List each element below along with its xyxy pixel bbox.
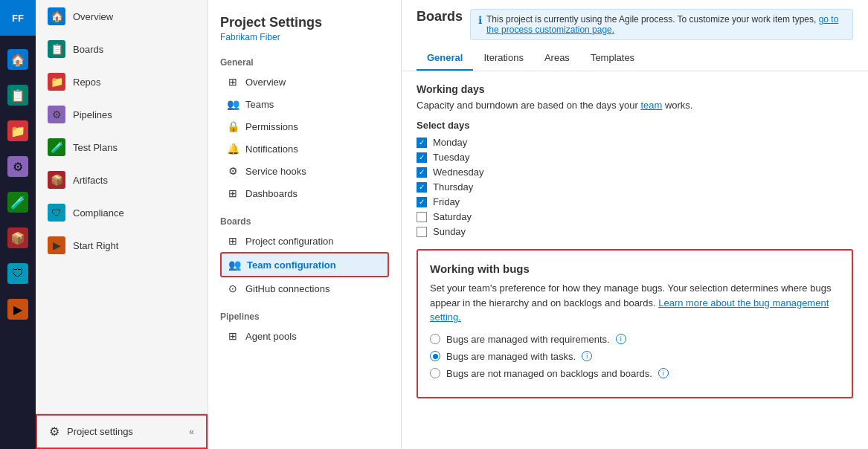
radio-requirements[interactable]	[430, 334, 440, 344]
project-settings-label: Project settings	[67, 426, 133, 437]
menu-teams[interactable]: 👥 Teams	[220, 93, 389, 115]
nav-item-artifacts[interactable]: 📦	[0, 220, 36, 256]
team-config-menu-icon: 👥	[228, 259, 241, 271]
pipelines-nav-icon: ⚙	[48, 106, 65, 123]
artifacts-icon: 📦	[7, 227, 28, 248]
menu-github-connections[interactable]: ⊙ GitHub connections	[220, 277, 389, 300]
tab-iterations[interactable]: Iterations	[473, 46, 533, 71]
main-body: Working days Capacity and burndown are b…	[402, 71, 868, 449]
menu-permissions-label: Permissions	[245, 121, 298, 132]
tab-areas[interactable]: Areas	[534, 46, 580, 71]
sidebar-item-boards[interactable]: 📋 Boards	[36, 33, 208, 65]
artifacts-nav-icon: 📦	[48, 171, 65, 189]
sidebar-boards-label: Boards	[73, 44, 103, 55]
permissions-menu-icon: 🔒	[226, 120, 239, 132]
sidebar-item-pipelines[interactable]: ⚙ Pipelines	[36, 98, 208, 131]
nav-item-compliance[interactable]: 🛡	[0, 256, 36, 291]
tab-general[interactable]: General	[417, 46, 473, 71]
menu-team-configuration[interactable]: 👥 Team configuration	[220, 252, 389, 277]
pipelines-icon: ⚙	[7, 156, 28, 177]
menu-permissions[interactable]: 🔒 Permissions	[220, 115, 389, 138]
overview-nav-icon: 🏠	[48, 7, 65, 25]
main-tabs: General Iterations Areas Templates	[417, 46, 853, 71]
menu-agent-pools-label: Agent pools	[245, 331, 297, 342]
working-with-bugs-section: Working with bugs Set your team's prefer…	[417, 249, 853, 398]
sidebar-item-compliance[interactable]: 🛡 Compliance	[36, 196, 208, 229]
day-wednesday: Wednesday	[417, 167, 853, 178]
menu-github-label: GitHub connections	[245, 283, 329, 294]
overview-icon: 🏠	[7, 49, 28, 70]
nav-item-pipelines[interactable]: ⚙	[0, 149, 36, 184]
menu-overview-label: Overview	[245, 77, 286, 88]
saturday-checkbox[interactable]	[417, 212, 427, 222]
radio-not-managed[interactable]	[430, 368, 440, 378]
working-days-desc: Capacity and burndown are based on the d…	[417, 100, 853, 111]
sidebar-overview-label: Overview	[73, 11, 113, 22]
bugs-option-tasks: Bugs are managed with tasks. i	[430, 351, 840, 362]
teams-menu-icon: 👥	[226, 98, 239, 110]
tuesday-checkbox[interactable]	[417, 152, 427, 163]
pipelines-section: Pipelines ⊞ Agent pools	[208, 303, 401, 350]
settings-icon: ⚙	[49, 424, 60, 439]
boards-icon: 📋	[7, 85, 28, 106]
sidebar-item-artifacts[interactable]: 📦 Artifacts	[36, 164, 208, 196]
github-menu-icon: ⊙	[226, 282, 239, 294]
nav-item-start-right[interactable]: ▶	[0, 291, 36, 327]
menu-project-config-label: Project configuration	[245, 236, 334, 247]
main-title: Boards	[417, 9, 463, 25]
sidebar-start-right-label: Start Right	[73, 240, 118, 251]
nav-item-boards[interactable]: 📋	[0, 77, 36, 113]
app-logo[interactable]: FF	[0, 0, 36, 36]
sidebar-pipelines-label: Pipelines	[73, 109, 112, 120]
middle-title: Project Settings	[220, 15, 389, 30]
menu-service-hooks[interactable]: ⚙ Service hooks	[220, 160, 389, 182]
project-settings-item[interactable]: ⚙ Project settings «	[36, 414, 208, 449]
menu-notifications[interactable]: 🔔 Notifications	[220, 138, 389, 160]
left-navigation: FF 🏠 📋 📁 ⚙ 🧪 📦 🛡 ▶	[0, 0, 36, 449]
sunday-checkbox[interactable]	[417, 227, 427, 237]
bugs-desc: Set your team's preference for how they …	[430, 281, 840, 325]
dashboards-menu-icon: ⊞	[226, 187, 239, 199]
menu-dashboards-label: Dashboards	[245, 188, 298, 199]
menu-dashboards[interactable]: ⊞ Dashboards	[220, 182, 389, 204]
menu-teams-label: Teams	[245, 99, 274, 110]
tasks-info-icon[interactable]: i	[582, 351, 592, 361]
repos-nav-icon: 📁	[48, 73, 65, 91]
project-config-menu-icon: ⊞	[226, 235, 239, 247]
sidebar-item-start-right[interactable]: ▶ Start Right	[36, 229, 208, 262]
day-saturday: Saturday	[417, 211, 853, 222]
sidebar-item-overview[interactable]: 🏠 Overview	[36, 0, 208, 33]
compliance-nav-icon: 🛡	[48, 204, 65, 222]
menu-agent-pools[interactable]: ⊞ Agent pools	[220, 325, 389, 347]
nav-item-repos[interactable]: 📁	[0, 113, 36, 149]
sidebar: 🏠 Overview 📋 Boards 📁 Repos ⚙ Pipelines …	[36, 0, 208, 449]
sidebar-item-test-plans[interactable]: 🧪 Test Plans	[36, 131, 208, 164]
middle-subtitle: Fabrikam Fiber	[220, 32, 389, 42]
info-banner-text: This project is currently using the Agil…	[486, 14, 845, 35]
service-hooks-menu-icon: ⚙	[226, 165, 239, 177]
nav-item-test-plans[interactable]: 🧪	[0, 184, 36, 220]
sidebar-item-repos[interactable]: 📁 Repos	[36, 65, 208, 98]
monday-checkbox[interactable]	[417, 138, 427, 148]
middle-panel: Project Settings Fabrikam Fiber General …	[208, 0, 402, 449]
requirements-info-icon[interactable]: i	[616, 334, 626, 344]
tab-templates[interactable]: Templates	[580, 46, 645, 71]
friday-checkbox[interactable]	[417, 197, 427, 207]
bugs-section-title: Working with bugs	[430, 262, 840, 275]
nav-item-overview[interactable]: 🏠	[0, 42, 36, 77]
bugs-option-not-managed: Bugs are not managed on backlogs and boa…	[430, 368, 840, 379]
start-right-icon: ▶	[7, 299, 28, 320]
menu-project-configuration[interactable]: ⊞ Project configuration	[220, 230, 389, 252]
team-link[interactable]: team	[640, 100, 662, 111]
boards-section: Boards ⊞ Project configuration 👥 Team co…	[208, 207, 401, 303]
not-managed-info-icon[interactable]: i	[658, 368, 669, 378]
thursday-checkbox[interactable]	[417, 182, 427, 193]
info-icon: ℹ	[478, 14, 482, 26]
sidebar-bottom: ⚙ Project settings «	[36, 413, 208, 449]
menu-overview[interactable]: ⊞ Overview	[220, 71, 389, 93]
select-days-label: Select days	[417, 120, 853, 131]
wednesday-checkbox[interactable]	[417, 167, 427, 178]
menu-notifications-label: Notifications	[245, 143, 298, 155]
radio-tasks[interactable]	[430, 351, 440, 361]
bugs-option-requirements: Bugs are managed with requirements. i	[430, 334, 840, 345]
